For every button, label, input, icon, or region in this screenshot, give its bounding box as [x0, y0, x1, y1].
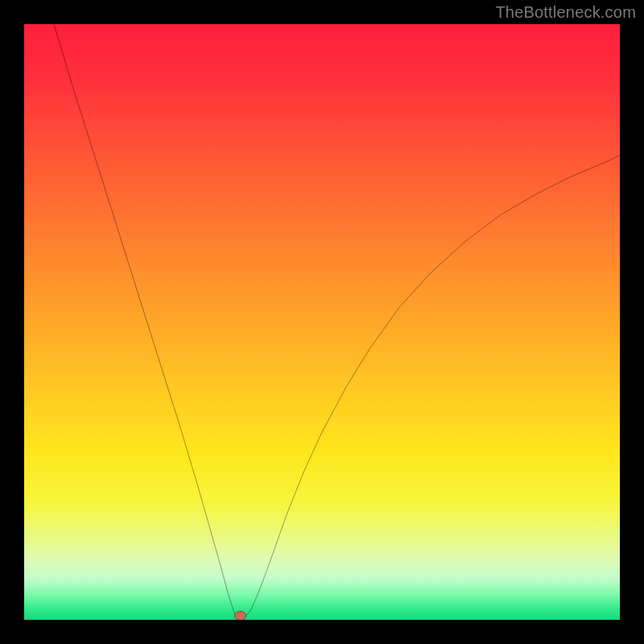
- watermark-text: TheBottleneck.com: [495, 3, 636, 22]
- bottleneck-curve-path: [54, 24, 620, 617]
- plot-area: [24, 24, 620, 620]
- chart-frame: TheBottleneck.com: [0, 0, 644, 644]
- curve-svg: [24, 24, 620, 620]
- curve-minimum-marker: [235, 611, 246, 620]
